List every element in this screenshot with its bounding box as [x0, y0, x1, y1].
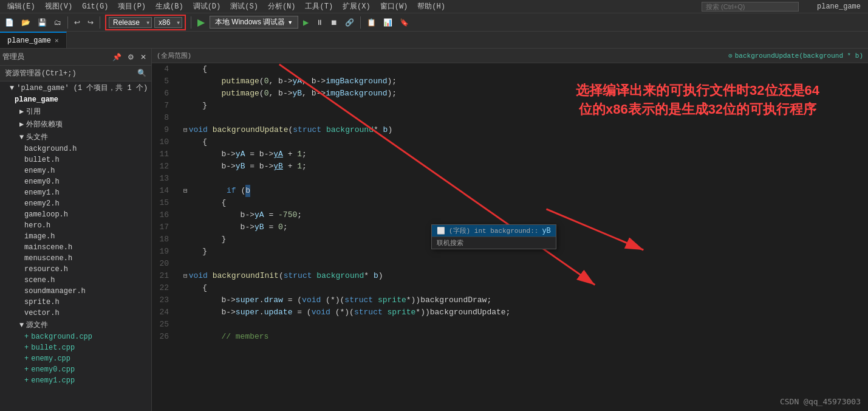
platform-select-wrapper: x86 x64	[154, 17, 182, 28]
menu-git[interactable]: Git(G)	[77, 2, 113, 11]
code-scope-label: (全局范围)	[157, 51, 191, 60]
tab-close-icon[interactable]: ✕	[55, 36, 59, 44]
ln-20: 20	[152, 258, 174, 270]
menu-project[interactable]: 项目(P)	[113, 1, 151, 12]
menu-edit[interactable]: 编辑(E)	[2, 1, 40, 12]
ac-search-link[interactable]: 联机搜索	[432, 237, 556, 249]
sep3	[191, 16, 191, 29]
ln-9: 9	[152, 124, 174, 136]
toolbar-bookmark[interactable]: 🔖	[397, 17, 411, 28]
vector-h-label: vector.h	[24, 309, 60, 317]
sidebar-item-menuscene-h[interactable]: menuscene.h	[0, 253, 151, 264]
ac-item-yB[interactable]: ⬜ (字段) int background:: yB	[432, 225, 556, 237]
menu-bar: 编辑(E) 视图(V) Git(G) 项目(P) 生成(B) 调试(D) 测试(…	[0, 0, 868, 13]
toolbar-save-all[interactable]: 🗂	[52, 17, 64, 28]
source-files-label: 源文件	[26, 320, 48, 330]
project-expand-icon: ▼	[10, 84, 14, 92]
code-toolbar: (全局范围) ⊙ backgroundUpdate(background * b…	[152, 49, 868, 63]
code-line-15: {	[183, 197, 868, 209]
menu-extensions[interactable]: 扩展(X)	[338, 1, 375, 12]
sidebar-close-btn[interactable]: ✕	[138, 52, 149, 63]
sidebar-item-resource-h[interactable]: resource.h	[0, 264, 151, 275]
menu-analyze[interactable]: 分析(N)	[263, 1, 301, 12]
local-debugger-button[interactable]: 本地 Windows 调试器 ▼	[210, 16, 298, 29]
menu-build[interactable]: 生成(B)	[151, 1, 188, 12]
sidebar-item-enemy1-h[interactable]: enemy1.h	[0, 187, 151, 198]
collapse-14[interactable]: ⊟	[183, 185, 188, 197]
sidebar-item-image-h[interactable]: image.h	[0, 231, 151, 242]
sidebar-item-enemy2-h[interactable]: enemy2.h	[0, 198, 151, 209]
toolbar-extra1[interactable]: 📋	[364, 17, 378, 28]
ln-11: 11	[152, 148, 174, 161]
sidebar-item-vector-h[interactable]: vector.h	[0, 308, 151, 319]
tab-label: plane_game	[7, 36, 51, 45]
menu-view[interactable]: 视图(V)	[40, 1, 78, 12]
sidebar-item-background-h[interactable]: background.h	[0, 143, 151, 154]
toolbar-new[interactable]: 📄	[2, 17, 16, 28]
sidebar-item-source-files[interactable]: ▼ 源文件	[0, 319, 151, 331]
tab-plane-game[interactable]: plane_game ✕	[0, 32, 67, 48]
sidebar-item-soundmanager-h[interactable]: soundmanager.h	[0, 286, 151, 297]
sidebar-item-scene-h[interactable]: scene.h	[0, 275, 151, 286]
menu-tools[interactable]: 工具(T)	[300, 1, 338, 12]
sidebar-item-headers[interactable]: ▼ 头文件	[0, 131, 151, 143]
ext-expand-icon: ▶	[19, 120, 24, 129]
toolbar-undo[interactable]: ↩	[72, 17, 83, 28]
search-sidebar-icon[interactable]: 🔍	[137, 69, 146, 78]
ln-19: 19	[152, 246, 174, 258]
sidebar-item-ext-deps[interactable]: ▶ 外部依赖项	[0, 118, 151, 131]
menu-search-area: plane_game	[702, 2, 866, 12]
menu-debug[interactable]: 调试(D)	[188, 1, 226, 12]
sidebar-manage-label: 管理员	[2, 52, 24, 62]
collapse-9[interactable]: ⊟	[183, 124, 188, 136]
menu-search-input[interactable]	[702, 2, 799, 12]
sidebar-item-references[interactable]: ▶ 引用	[0, 105, 151, 118]
sidebar-item-enemy0-cpp[interactable]: + enemy0.cpp	[0, 364, 151, 375]
code-line-14: ⊟ if (b	[183, 185, 868, 197]
ln-7: 7	[152, 100, 174, 112]
sidebar-settings-btn[interactable]: ⚙	[125, 52, 137, 63]
project-root[interactable]: ▼ 'plane_game' (1 个项目，共 1 个)	[0, 81, 151, 94]
ac-field-icon: ⬜	[437, 227, 445, 235]
collapse-21[interactable]: ⊟	[183, 270, 188, 282]
platform-select[interactable]: x86 x64	[154, 17, 182, 28]
menu-test[interactable]: 测试(S)	[225, 1, 263, 12]
sidebar-item-background-cpp[interactable]: + background.cpp	[0, 331, 151, 342]
sidebar-item-bullet-cpp[interactable]: + bullet.cpp	[0, 342, 151, 353]
sidebar-item-enemy-h[interactable]: enemy.h	[0, 165, 151, 176]
toolbar-save[interactable]: 💾	[35, 17, 49, 28]
soundmanager-h-label: soundmanager.h	[24, 287, 86, 295]
enemy1-cpp-label: enemy1.cpp	[31, 376, 75, 385]
code-line-24: b->super.update = (void (*)(struct sprit…	[183, 306, 868, 319]
run-button[interactable]: ▶	[195, 16, 207, 28]
sidebar-item-mainscene-h[interactable]: mainscene.h	[0, 242, 151, 253]
code-editor[interactable]: 4 5 6 7 8 9 10 11 12 13 14 15 16 17 18 1…	[152, 63, 868, 411]
sidebar-item-enemy-cpp[interactable]: + enemy.cpp	[0, 353, 151, 364]
code-line-21: ⊟ void backgroundInit(struct background*…	[183, 270, 868, 282]
build-config-select[interactable]: Release Debug	[109, 17, 152, 28]
code-line-11: b->yA = b->yA + 1;	[183, 148, 868, 161]
toolbar-redo[interactable]: ↪	[85, 17, 96, 28]
toolbar-extra2[interactable]: 📊	[381, 17, 395, 28]
main-layout: 管理员 📌 ⚙ ✕ 资源管理器(Ctrl+;) 🔍 ▼ 'plane_game'…	[0, 49, 868, 411]
sidebar-item-sprite-h[interactable]: sprite.h	[0, 297, 151, 308]
line-numbers: 4 5 6 7 8 9 10 11 12 13 14 15 16 17 18 1…	[152, 63, 179, 411]
sidebar-item-enemy1-cpp[interactable]: + enemy1.cpp	[0, 375, 151, 386]
sidebar-item-bullet-h[interactable]: bullet.h	[0, 154, 151, 165]
toolbar-debug-play[interactable]: ▶	[301, 17, 311, 28]
toolbar: 📄 📂 💾 🗂 ↩ ↪ Release Debug x86 x64 ▶ 本地 W…	[0, 13, 868, 32]
toolbar-attach[interactable]: 🔗	[343, 17, 357, 28]
toolbar-debug-pause[interactable]: ⏸	[313, 17, 326, 28]
enemy0-h-label: enemy0.h	[24, 178, 60, 186]
tree-project-name[interactable]: plane_game	[0, 94, 151, 105]
project-root-label: 'plane_game' (1 个项目，共 1 个)	[16, 83, 148, 93]
code-area: (全局范围) ⊙ backgroundUpdate(background * b…	[152, 49, 868, 411]
sidebar-item-enemy0-h[interactable]: enemy0.h	[0, 176, 151, 187]
toolbar-open[interactable]: 📂	[19, 17, 33, 28]
sidebar-pin-btn[interactable]: 📌	[110, 52, 124, 63]
menu-help[interactable]: 帮助(H)	[412, 1, 450, 12]
menu-window[interactable]: 窗口(W)	[375, 1, 413, 12]
toolbar-stop[interactable]: ⏹	[328, 17, 340, 28]
sidebar-item-gameloop-h[interactable]: gameloop.h	[0, 209, 151, 220]
sidebar-item-hero-h[interactable]: hero.h	[0, 220, 151, 231]
